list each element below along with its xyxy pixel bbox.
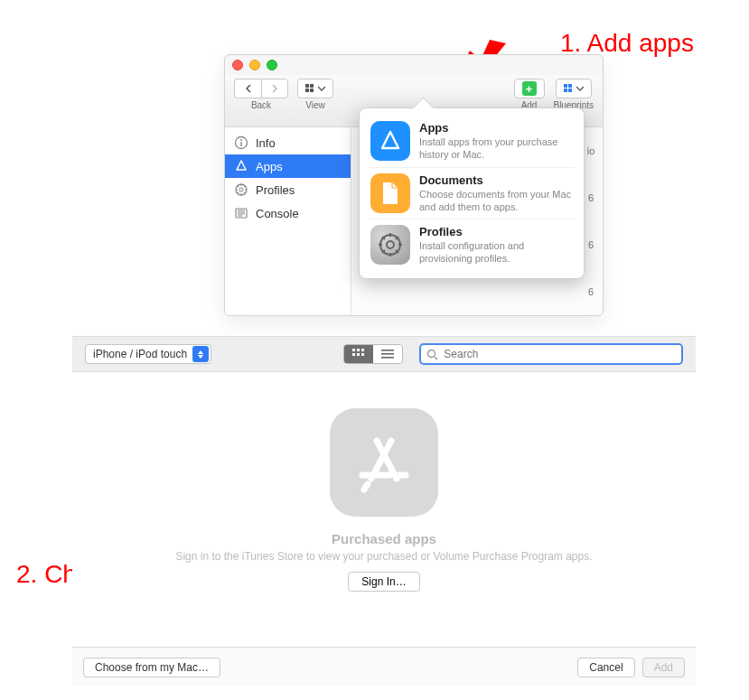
popover-item-title: Apps	[419, 121, 573, 135]
chevron-right-icon	[270, 84, 279, 93]
svg-point-18	[387, 241, 394, 248]
popover-item-title: Documents	[419, 173, 573, 187]
chevron-left-icon	[244, 84, 253, 93]
device-selector[interactable]: iPhone / iPod touch	[85, 344, 211, 364]
svg-point-28	[428, 350, 435, 357]
svg-rect-19	[352, 349, 355, 351]
add-button[interactable]: +	[514, 79, 545, 98]
main-right-column: io 6 6 6	[583, 127, 599, 315]
apps-tile-icon	[370, 121, 410, 161]
profiles-tile-icon	[370, 225, 410, 265]
popover-item-profiles[interactable]: Profiles Install configuration and provi…	[369, 219, 575, 271]
view-button[interactable]	[297, 79, 333, 98]
apps-icon	[234, 159, 248, 173]
sidebar-item-label: Info	[256, 136, 276, 150]
device-selector-label: iPhone / iPod touch	[93, 348, 187, 360]
mark: io	[587, 145, 595, 156]
sidebar-item-apps[interactable]: Apps	[225, 154, 351, 178]
action-bar: Choose from my Mac… Cancel Add	[72, 647, 696, 686]
add-button-bottom[interactable]: Add	[642, 658, 685, 677]
svg-rect-4	[310, 84, 314, 88]
svg-rect-21	[361, 349, 364, 351]
choose-from-mac-button[interactable]: Choose from my Mac…	[83, 658, 220, 677]
popover-item-desc: Choose documents from your Mac and add t…	[419, 188, 573, 214]
popover-item-desc: Install apps from your purchase history …	[419, 135, 573, 162]
sidebar-item-label: Console	[256, 207, 299, 220]
cancel-button[interactable]: Cancel	[577, 658, 634, 677]
list-icon	[381, 349, 394, 359]
sidebar-item-profiles[interactable]: Profiles	[225, 178, 351, 201]
svg-rect-6	[310, 89, 314, 92]
svg-rect-3	[305, 84, 309, 88]
svg-point-15	[239, 188, 243, 191]
grid-icon	[352, 349, 365, 359]
popover-item-desc: Install configuration and provisioning p…	[419, 239, 573, 266]
documents-tile-icon	[370, 173, 410, 213]
popover-item-documents[interactable]: Documents Choose documents from your Mac…	[369, 167, 575, 219]
svg-rect-22	[352, 353, 355, 356]
search-icon	[426, 349, 438, 360]
mark: 6	[588, 192, 594, 203]
blueprints-button[interactable]	[556, 79, 592, 98]
svg-rect-25	[381, 350, 394, 351]
svg-rect-23	[357, 353, 360, 356]
updown-icon	[192, 346, 209, 362]
profiles-icon	[234, 182, 248, 197]
grid-dropdown-icon	[305, 83, 325, 94]
svg-rect-10	[568, 89, 572, 92]
svg-rect-7	[564, 84, 567, 88]
svg-point-12	[240, 139, 242, 141]
view-label: View	[305, 100, 325, 110]
back-button[interactable]	[234, 79, 261, 98]
mark: 6	[588, 239, 594, 250]
bottom-pane: Purchased apps Sign in to the iTunes Sto…	[72, 390, 696, 686]
sidebar-item-label: Apps	[256, 160, 283, 173]
svg-rect-20	[357, 349, 360, 351]
signin-button[interactable]: Sign In…	[348, 572, 419, 592]
search-box[interactable]	[419, 343, 683, 365]
svg-rect-9	[564, 89, 567, 92]
svg-rect-5	[305, 89, 309, 92]
svg-rect-27	[381, 357, 394, 359]
filter-bar: iPhone / iPod touch	[72, 336, 696, 372]
svg-rect-24	[361, 353, 364, 356]
minimize-button[interactable]	[249, 60, 260, 70]
svg-rect-13	[240, 142, 241, 146]
console-icon	[234, 206, 248, 220]
svg-rect-26	[381, 353, 394, 355]
blueprints-icon	[564, 83, 584, 94]
popover-item-title: Profiles	[419, 225, 573, 238]
appstore-large-icon	[330, 408, 438, 517]
zoom-button[interactable]	[267, 60, 277, 70]
sidebar: Info Apps Profiles Console	[225, 127, 351, 315]
back-label: Back	[251, 100, 271, 110]
titlebar	[225, 55, 603, 75]
configurator-window: Back View + Add	[224, 54, 604, 316]
search-input[interactable]	[444, 348, 676, 360]
purchased-apps-heading: Purchased apps	[332, 531, 436, 546]
svg-rect-8	[568, 84, 572, 88]
purchased-apps-subtext: Sign in to the iTunes Store to view your…	[175, 550, 592, 563]
add-popover: Apps Install apps from your purchase his…	[359, 107, 585, 279]
sidebar-item-info[interactable]: Info	[225, 131, 351, 154]
list-view-button[interactable]	[373, 345, 402, 363]
mark: 6	[588, 286, 594, 297]
popover-item-apps[interactable]: Apps Install apps from your purchase his…	[369, 116, 575, 167]
info-icon	[234, 135, 248, 150]
view-segmented	[343, 344, 403, 364]
sidebar-item-label: Profiles	[256, 183, 295, 197]
close-button[interactable]	[232, 60, 243, 70]
plus-icon: +	[522, 81, 537, 96]
forward-button[interactable]	[261, 79, 288, 98]
sidebar-item-console[interactable]: Console	[225, 201, 351, 225]
grid-view-button[interactable]	[344, 345, 373, 363]
